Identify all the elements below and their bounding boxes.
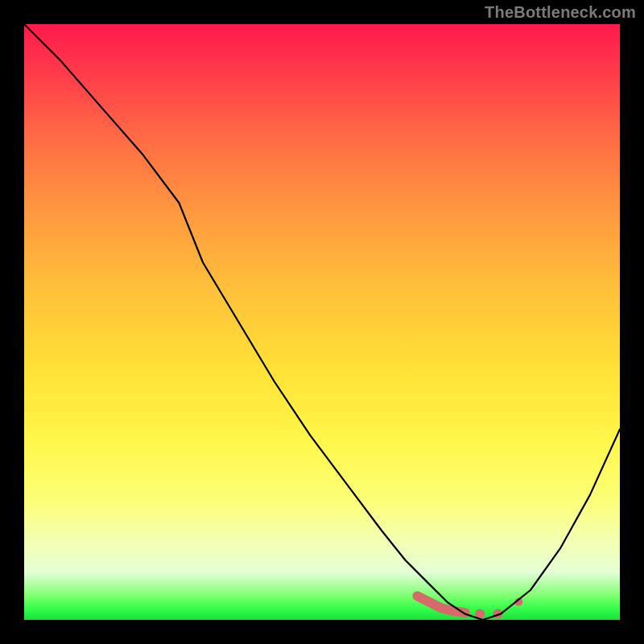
plot-area [24, 24, 620, 620]
bottleneck-curve [24, 24, 620, 620]
chart-frame: TheBottleneck.com [0, 0, 644, 644]
curve-layer [24, 24, 620, 620]
watermark-text: TheBottleneck.com [485, 3, 636, 22]
